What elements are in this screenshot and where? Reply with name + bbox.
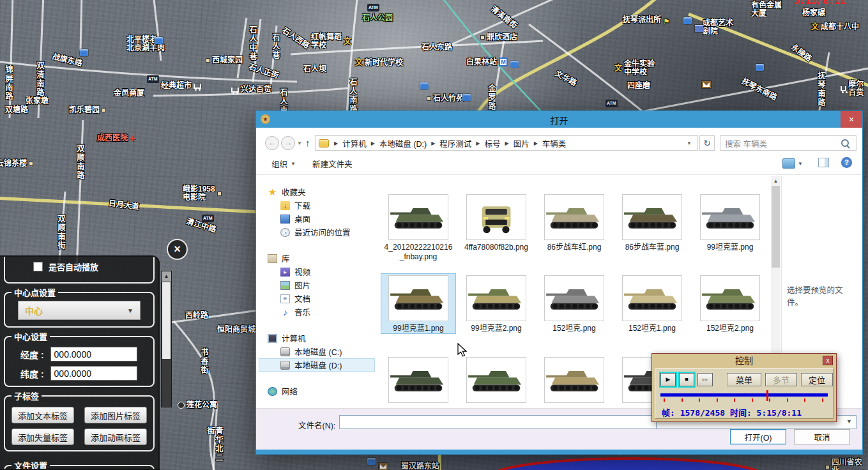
dot-icon [427,96,431,101]
address-chevron-icon[interactable]: ▼ [687,140,697,146]
autoplay-checkbox[interactable] [33,262,43,271]
back-button[interactable]: ← [265,136,279,150]
slider-position-indicator[interactable] [766,390,768,401]
sidebar-item[interactable]: 图片 [259,278,375,292]
sidebar-item[interactable]: 计算机 [259,331,375,345]
chevron-down-icon: ▼ [291,161,296,167]
map-label-text: 蜀汉路东站 [401,462,439,470]
atm-icon: ATM [147,72,159,83]
control-titlebar[interactable]: 控制 x [652,354,836,368]
refresh-button[interactable]: ↻ [699,135,715,151]
up-button[interactable]: ↑ [305,137,310,148]
breadcrumb-item[interactable]: 车辆类 [542,137,567,149]
preview-pane-icon[interactable] [818,158,829,167]
dot-icon [217,192,222,196]
latitude-input[interactable] [50,366,137,381]
file-item[interactable]: 86步战车红.png [537,193,611,252]
panel-close-button[interactable]: × [167,239,188,260]
breadcrumb-item[interactable]: 本地磁盘 (D:) [379,137,427,149]
toolbar-divider [256,174,862,175]
cancel-button[interactable]: 取消 [794,429,850,444]
breadcrumb-separator-icon: ▶ [505,140,508,146]
organize-label: 组织 [271,158,287,170]
file-item[interactable]: 152坦克2.png [693,274,767,333]
file-name: 4_20120222210216_fnbay.png [381,243,455,262]
views-chevron-icon[interactable]: ▼ [798,161,803,167]
file-item[interactable]: 99坦克蓝1.png [381,274,455,333]
forward-button[interactable]: → [281,136,295,150]
filename-input[interactable] [339,415,657,429]
school-icon: 文 [344,38,351,46]
file-item[interactable] [381,356,455,406]
control-close-button[interactable]: x [823,356,833,365]
map-label-text: 莲花公寓 [187,401,217,409]
breadcrumb-item[interactable]: 计算机 [342,137,367,149]
history-chevron-icon[interactable]: ▼ [297,140,302,146]
sidebar-item[interactable]: ↓下载 [259,199,375,212]
sidebar-item[interactable]: ▸视频 [259,265,375,278]
dialog-close-button[interactable]: × [841,111,862,128]
file-item[interactable]: 99坦克蓝2.png [459,274,533,333]
map-label-text: 兴达百货 [241,86,271,94]
folder-icon [319,140,328,147]
file-item[interactable]: 4ffa78080f82b.png [459,193,533,252]
map-label-text: 张家墩 [26,97,49,105]
slider-track[interactable] [660,393,828,397]
file-item[interactable]: 86步战车蓝.png [615,193,689,252]
fast-forward-button[interactable]: ▸▸ [697,373,713,386]
dialog-titlebar[interactable]: ★ 打开 × [256,111,862,128]
poi-icon [178,402,185,409]
search-input[interactable] [720,139,841,148]
breadcrumb-item[interactable]: 程序测试 [439,137,471,149]
panel-scroll-thumb[interactable] [162,282,171,359]
stop-button[interactable]: ■ [679,373,694,386]
atm-icon: ATM [202,215,214,222]
file-item[interactable]: 4_20120222210216_fnbay.png [381,193,455,262]
panel-scrollbar[interactable]: ▲ [161,271,172,407]
scroll-up-icon[interactable]: ▲ [771,176,780,186]
add-animation-label-button[interactable]: 添加动画标签 [84,428,147,445]
add-text-label-button[interactable]: 添加文本标签 [11,407,74,423]
breadcrumb[interactable]: ▶计算机▶本地磁盘 (D:)▶程序测试▶标号▶图片▶车辆类 ▼ [315,135,698,151]
center-point-select[interactable]: 中心 ▼ [18,301,141,320]
sidebar-item[interactable]: ★收藏夹 [259,185,375,199]
hospital-icon: + [130,135,135,142]
map-label: 双顺南街 [56,215,65,250]
disk-icon [280,347,290,356]
longitude-input[interactable] [50,347,137,361]
sidebar-item[interactable]: 本地磁盘 (D:) [259,358,375,372]
breadcrumb-item[interactable]: 标号 [484,137,500,149]
scroll-thumb[interactable] [772,186,780,268]
locate-button[interactable]: 定位 [801,373,833,386]
multi-section-button[interactable]: 多节 [765,373,797,386]
sidebar-item[interactable]: 库 [259,252,375,265]
sidebar-item-label: 图片 [294,279,310,291]
file-item[interactable]: 99坦克蓝.png [693,193,767,252]
breadcrumb-item[interactable]: 图片 [514,137,529,149]
add-image-label-button[interactable]: 添加图片标签 [84,407,147,423]
file-item[interactable] [537,356,611,406]
open-button[interactable]: 打开(O) [730,429,786,444]
map-label: 莲花公寓 [178,401,217,409]
organize-menu[interactable]: 组织 ▼ [271,158,296,170]
menu-button[interactable]: 菜单 [727,373,761,386]
preview-hint: 选择要预览的文件。 [782,284,862,308]
help-icon[interactable]: ? [841,157,852,168]
add-vector-label-button[interactable]: 添加失量标签 [11,428,74,445]
sidebar-item[interactable]: 本地磁盘 (C:) [259,345,375,358]
sidebar-item[interactable]: 网络 [259,384,375,398]
play-button[interactable]: ▶ [660,373,676,386]
map-label: 鼎欣酒店 [480,33,517,42]
playback-slider[interactable] [660,392,828,404]
file-item[interactable] [459,356,533,406]
bus-icon [462,94,471,101]
sidebar-item[interactable]: ◔最近访问的位置 [259,225,375,239]
sidebar-item[interactable]: ♪音乐 [259,305,375,319]
file-item[interactable]: 152坦克.png [537,274,611,333]
views-icon[interactable] [782,158,795,169]
scroll-up-icon[interactable]: ▲ [162,271,171,282]
sidebar-item[interactable]: 桌面 [259,212,375,225]
new-folder-button[interactable]: 新建文件夹 [312,158,353,170]
file-item[interactable]: 152坦克1.png [615,274,689,333]
sidebar-item[interactable]: ≡文档 [259,292,375,305]
